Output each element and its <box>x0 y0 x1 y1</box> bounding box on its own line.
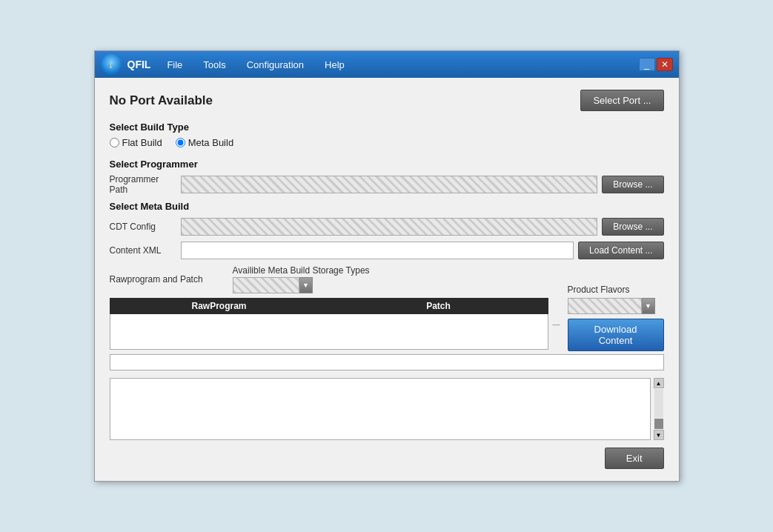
close-button[interactable]: ✕ <box>657 58 673 71</box>
menu-help[interactable]: Help <box>314 57 355 73</box>
storage-types-label: Availible Meta Build Storage Types <box>233 265 370 276</box>
scroll-thumb[interactable] <box>654 419 663 429</box>
flat-build-label: Flat Build <box>122 137 162 148</box>
exit-button[interactable]: Exit <box>605 448 664 469</box>
table-header: RawProgram Patch <box>110 298 548 314</box>
product-flavors-label: Product Flavors <box>568 285 664 295</box>
resizer-icon: — <box>553 320 560 328</box>
main-content: No Port Available Select Port ... Select… <box>95 78 679 481</box>
rawprogram-table: RawProgram Patch <box>110 298 548 350</box>
menu-tools[interactable]: Tools <box>193 57 236 73</box>
product-flavors-col: Product Flavors ▼ <box>568 285 664 314</box>
cdt-browse-button[interactable]: Browse ... <box>602 218 663 236</box>
programmer-browse-button[interactable]: Browse ... <box>602 176 663 193</box>
middle-section: Rawprogram and Patch Availible Meta Buil… <box>110 265 664 351</box>
menu-configuration[interactable]: Configuration <box>236 57 314 73</box>
menu-bar: File Tools Configuration Help <box>156 57 632 73</box>
log-area-wrapper: ▲ ▼ <box>110 378 664 440</box>
content-xml-label: Content XML <box>110 245 176 256</box>
menu-file[interactable]: File <box>156 57 193 73</box>
product-flavors-dropdown-arrow[interactable]: ▼ <box>642 298 655 314</box>
log-output <box>110 378 651 440</box>
progress-bar <box>110 354 664 370</box>
product-flavors-select-row: ▼ <box>568 298 664 314</box>
storage-select-row: ▼ <box>233 277 370 293</box>
minimize-button[interactable]: _ <box>639 58 655 71</box>
header-row: No Port Available Select Port ... <box>110 90 664 111</box>
main-window: ↓ QFIL File Tools Configuration Help _ ✕… <box>94 50 680 482</box>
app-logo: ↓ <box>101 54 122 75</box>
product-flavors-select[interactable] <box>568 298 642 314</box>
table-resizer[interactable]: — <box>553 298 560 350</box>
build-type-label: Select Build Type <box>110 122 664 133</box>
radio-meta-build[interactable]: Meta Build <box>176 137 233 148</box>
titlebar: ↓ QFIL File Tools Configuration Help _ ✕ <box>95 51 679 78</box>
scroll-up-button[interactable]: ▲ <box>654 378 664 388</box>
load-content-button[interactable]: Load Content ... <box>578 242 663 259</box>
footer-row: Exit <box>110 448 664 469</box>
storage-type-select[interactable] <box>233 277 299 293</box>
download-content-button[interactable]: Download Content <box>568 319 664 351</box>
table-body <box>110 314 548 350</box>
port-status-label: No Port Available <box>110 93 213 108</box>
build-type-radio-group: Flat Build Meta Build <box>110 137 664 148</box>
programmer-path-input[interactable] <box>181 176 598 193</box>
table-row-wrapper: RawProgram Patch — <box>110 298 560 350</box>
programmer-label: Select Programmer <box>110 159 664 170</box>
storage-dropdown-arrow[interactable]: ▼ <box>299 277 313 293</box>
cdt-config-input[interactable] <box>181 218 598 236</box>
window-controls: _ ✕ <box>639 58 673 71</box>
radio-flat-build[interactable]: Flat Build <box>110 137 162 148</box>
rawprogram-label: Rawprogram and Patch <box>110 274 203 285</box>
meta-build-label: Select Meta Build <box>110 201 664 212</box>
content-xml-input[interactable] <box>181 242 574 259</box>
meta-build-radio[interactable] <box>176 138 185 147</box>
col-patch: Patch <box>329 298 548 314</box>
select-port-button[interactable]: Select Port ... <box>580 90 663 111</box>
programmer-path-row: Programmer Path Browse ... <box>110 174 664 195</box>
content-xml-row: Content XML Load Content ... <box>110 242 664 259</box>
app-title: QFIL <box>127 59 151 70</box>
scroll-down-button[interactable]: ▼ <box>654 430 664 440</box>
log-scrollbar: ▲ ▼ <box>654 378 664 440</box>
col-rawprogram: RawProgram <box>110 298 329 314</box>
cdt-config-row: CDT Config Browse ... <box>110 218 664 236</box>
programmer-path-label: Programmer Path <box>110 174 176 195</box>
meta-build-label: Meta Build <box>188 137 233 148</box>
cdt-config-label: CDT Config <box>110 222 176 232</box>
right-panel: Product Flavors ▼ Download Content <box>568 265 664 351</box>
logo-arrow: ↓ <box>108 59 113 70</box>
flat-build-radio[interactable] <box>110 138 119 147</box>
